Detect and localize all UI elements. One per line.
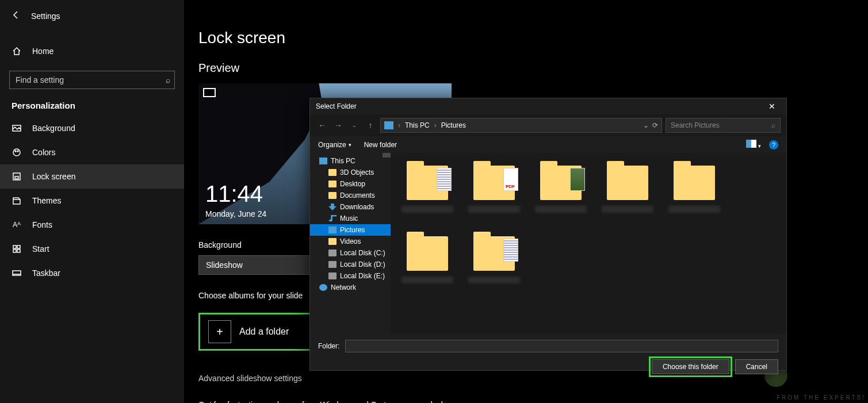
folder-item[interactable] — [396, 231, 458, 297]
new-folder-button[interactable]: New folder — [364, 141, 397, 149]
folder-item[interactable] — [596, 160, 659, 226]
folder-icon — [328, 169, 337, 176]
folder-icon — [473, 166, 515, 200]
folder-item[interactable] — [463, 160, 525, 226]
dialog-titlebar: Select Folder ✕ — [310, 98, 786, 114]
sidebar-item-label: Taskbar — [32, 268, 60, 278]
sidebar-item-background[interactable]: Background — [0, 116, 184, 140]
tree-item-label: Downloads — [340, 203, 374, 211]
svg-rect-6 — [13, 245, 16, 248]
tree-item[interactable]: Local Disk (D:) — [310, 259, 391, 270]
svg-point-1 — [13, 149, 20, 156]
home-icon — [12, 47, 22, 56]
refresh-icon[interactable]: ⟳ — [652, 121, 658, 129]
sidebar-item-fonts[interactable]: AA Fonts — [0, 213, 184, 237]
chevron-down-icon[interactable]: ⌄ — [643, 121, 649, 129]
sidebar-item-label: Fonts — [32, 220, 52, 229]
tree-item[interactable]: Local Disk (C:) — [310, 247, 391, 259]
tree-item-label: Videos — [340, 237, 361, 245]
svg-rect-8 — [13, 250, 16, 252]
dialog-search[interactable]: Search Pictures ⌕ — [666, 118, 781, 133]
tree-item[interactable]: This PC — [310, 155, 391, 167]
watermark-text: FROM THE EXPERTS! — [777, 394, 866, 401]
dialog-nav: ← → ⌄ ↑ › This PC › Pictures ⌄⟳ Search P… — [310, 114, 786, 136]
svg-rect-9 — [17, 250, 20, 252]
folder-thumbnail — [570, 168, 585, 191]
add-folder-label: Add a folder — [239, 327, 289, 337]
folder-tree: This PC3D ObjectsDesktopDocumentsDownloa… — [310, 153, 391, 334]
breadcrumb[interactable]: This PC — [405, 121, 430, 129]
home-label: Home — [32, 47, 53, 56]
folder-icon — [328, 238, 337, 245]
organize-label: Organize — [318, 141, 346, 149]
dl-icon — [328, 204, 337, 210]
folder-label — [602, 206, 653, 213]
disk-icon — [328, 250, 337, 256]
organize-button[interactable]: Organize ▾ — [318, 141, 351, 149]
sidebar-item-taskbar[interactable]: Taskbar — [0, 261, 184, 285]
net-icon — [319, 284, 327, 291]
search-placeholder: Search Pictures — [671, 121, 720, 129]
folder-label — [468, 206, 520, 213]
tree-item[interactable]: Music — [310, 213, 391, 224]
tree-item[interactable]: Documents — [310, 190, 391, 201]
dialog-title: Select Folder — [316, 102, 357, 110]
svg-rect-5 — [15, 176, 18, 179]
close-icon[interactable]: ✕ — [763, 102, 781, 111]
nav-forward-icon[interactable]: → — [332, 119, 345, 132]
pc-icon — [319, 158, 327, 164]
folder-label — [402, 277, 453, 283]
tree-item-label: Pictures — [340, 226, 365, 234]
tree-item-label: Network — [331, 283, 356, 291]
folder-icon — [328, 181, 337, 187]
sidebar-item-label: Themes — [32, 196, 62, 205]
info-text: Get fun facts, tips, and more from Windo… — [198, 400, 446, 403]
pic-icon — [328, 227, 337, 233]
sidebar-item-lockscreen[interactable]: Lock screen — [0, 164, 184, 189]
sidebar-item-themes[interactable]: Themes — [0, 189, 184, 213]
nav-back-icon[interactable]: ← — [316, 119, 328, 132]
app-title: Settings — [31, 11, 60, 21]
sidebar-item-colors[interactable]: Colors — [0, 140, 184, 164]
tree-item[interactable]: Videos — [310, 236, 391, 247]
nav-dropdown-icon[interactable]: ⌄ — [348, 119, 361, 132]
pc-icon — [384, 121, 393, 129]
breadcrumb[interactable]: Pictures — [441, 121, 466, 129]
folder-item[interactable] — [396, 160, 458, 226]
tree-item[interactable]: Downloads — [310, 201, 391, 213]
folder-item[interactable] — [530, 160, 592, 226]
folder-item[interactable] — [463, 231, 525, 297]
music-icon — [328, 215, 337, 222]
picture-icon — [12, 124, 22, 133]
add-folder-highlight: + Add a folder — [198, 313, 313, 351]
tree-item-label: This PC — [331, 157, 355, 165]
add-folder-button[interactable]: + — [208, 320, 231, 343]
nav-up-icon[interactable]: ↑ — [364, 119, 377, 132]
fonts-icon: AA — [12, 221, 22, 229]
back-icon[interactable] — [12, 10, 21, 21]
search-input[interactable] — [9, 71, 175, 89]
chevron-right-icon: › — [434, 121, 437, 129]
new-folder-label: New folder — [364, 141, 397, 149]
tree-item[interactable]: 3D Objects — [310, 167, 391, 178]
slideshow-icon — [203, 88, 216, 97]
home-nav[interactable]: Home — [0, 42, 184, 60]
tree-item[interactable]: Desktop — [310, 178, 391, 190]
view-options[interactable]: ▾ — [746, 140, 761, 149]
choose-folder-button[interactable]: Choose this folder — [652, 359, 729, 374]
sidebar-item-start[interactable]: Start — [0, 237, 184, 261]
cancel-button[interactable]: Cancel — [735, 359, 778, 374]
folder-label — [535, 206, 587, 213]
tree-item[interactable]: Local Disk (E:) — [310, 270, 391, 282]
palette-icon — [12, 148, 22, 157]
tree-item[interactable]: Network — [310, 282, 391, 293]
folder-name-input[interactable] — [345, 340, 778, 352]
tree-item[interactable]: Pictures — [310, 224, 391, 236]
dropdown-value: Slideshow — [206, 260, 243, 270]
help-icon[interactable]: ? — [769, 140, 778, 149]
address-bar[interactable]: › This PC › Pictures ⌄⟳ — [380, 118, 662, 133]
folder-label — [668, 206, 720, 213]
folder-item[interactable] — [663, 160, 725, 226]
svg-rect-7 — [17, 245, 20, 248]
tree-item-label: Desktop — [340, 180, 365, 188]
